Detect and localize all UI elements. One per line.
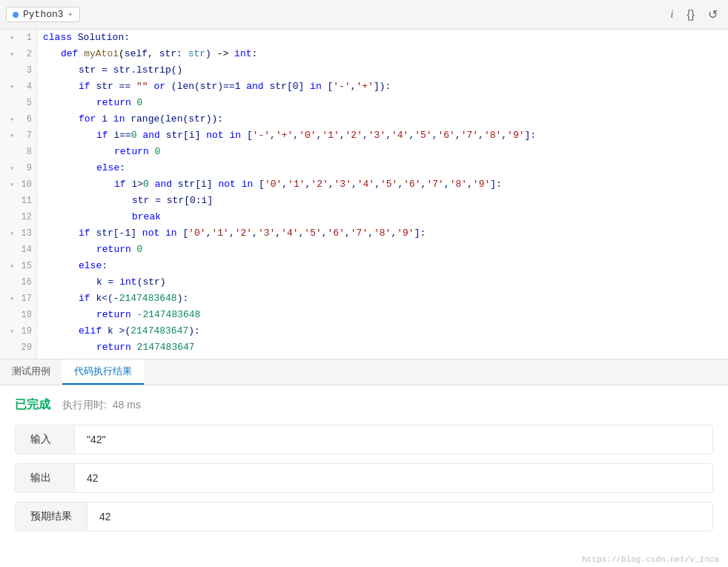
code-token: 0 bbox=[143, 176, 149, 193]
code-token: [ bbox=[177, 225, 189, 242]
code-token: '7' bbox=[351, 225, 368, 242]
fold-arrow-icon[interactable]: ▾ bbox=[8, 82, 16, 91]
code-token: [ bbox=[322, 79, 334, 95]
code-token: ]): bbox=[374, 79, 391, 95]
code-token: -> bbox=[217, 46, 229, 62]
code-line: elif k >(2147483647): bbox=[43, 323, 728, 339]
code-token: i> bbox=[131, 176, 143, 193]
code-token: '4' bbox=[391, 127, 408, 144]
code-token: '6' bbox=[328, 225, 345, 242]
tab-exec-result[interactable]: 代码执行结果 bbox=[62, 359, 144, 385]
code-token: , bbox=[206, 225, 212, 242]
code-token: '7' bbox=[461, 127, 478, 144]
code-token: '-' bbox=[253, 127, 270, 144]
code-line: str = str.lstrip() bbox=[43, 62, 728, 79]
code-token: return bbox=[96, 307, 137, 323]
code-line: if i==0 and str[i] not in ['-','+','0','… bbox=[43, 127, 728, 144]
result-status-row: 已完成 执行用时: 48 ms bbox=[15, 397, 713, 413]
info-button[interactable]: i bbox=[666, 7, 678, 22]
code-token: k >( bbox=[107, 323, 130, 339]
code-token: 2147483647 bbox=[137, 339, 195, 356]
code-token: range(len(str)): bbox=[130, 111, 223, 127]
code-token: '9' bbox=[473, 176, 490, 193]
footer: https://blog.csdn.net/V_Inca bbox=[0, 552, 728, 567]
line-number-row: ▾7 bbox=[4, 127, 32, 144]
code-token: '1' bbox=[322, 127, 339, 144]
code-line: return 0 bbox=[43, 144, 728, 160]
input-row: 输入 "42" bbox=[15, 425, 713, 454]
code-token: '8' bbox=[484, 127, 501, 144]
toolbar: Python3 ▾ i {} ↺ bbox=[0, 0, 728, 30]
tab-test-case[interactable]: 测试用例 bbox=[0, 359, 62, 385]
code-token: , bbox=[385, 127, 391, 144]
code-token: 0 bbox=[137, 95, 143, 111]
lang-dot-icon bbox=[13, 12, 19, 18]
code-token: , bbox=[368, 225, 374, 242]
fold-arrow-icon[interactable]: ▾ bbox=[8, 131, 16, 140]
code-line: if k<(-2147483648): bbox=[43, 291, 728, 307]
code-token: ]: bbox=[525, 127, 537, 144]
refresh-button[interactable]: ↺ bbox=[704, 6, 722, 23]
code-token: str bbox=[188, 46, 205, 62]
code-token: 2147483648 bbox=[119, 291, 177, 307]
results-area: 已完成 执行用时: 48 ms 输入 "42" 输出 42 预期结果 42 bbox=[0, 385, 728, 552]
line-number-row: 11 bbox=[4, 193, 32, 209]
fold-arrow-icon[interactable]: ▾ bbox=[8, 164, 16, 173]
code-token: ]: bbox=[490, 176, 502, 193]
code-token: class bbox=[43, 30, 78, 46]
code-token: , bbox=[345, 225, 351, 242]
refresh-icon: ↺ bbox=[708, 8, 718, 21]
line-number: 6 bbox=[19, 114, 32, 125]
code-line: return 2147483647 bbox=[43, 339, 728, 356]
code-token: int bbox=[234, 46, 251, 62]
line-number: 3 bbox=[19, 65, 32, 76]
line-number: 20 bbox=[19, 342, 32, 353]
fold-arrow-icon[interactable]: ▾ bbox=[8, 294, 16, 303]
code-token: , bbox=[467, 176, 473, 193]
line-number-row: 20 bbox=[4, 339, 32, 356]
code-token: '2' bbox=[311, 176, 328, 193]
fold-arrow-icon[interactable]: ▾ bbox=[8, 115, 16, 124]
code-token: , bbox=[305, 176, 311, 193]
code-token: 0 bbox=[137, 242, 143, 258]
code-token: self, str: bbox=[125, 46, 188, 62]
output-value: 42 bbox=[75, 465, 712, 491]
code-token: , bbox=[299, 225, 305, 242]
fold-arrow-icon[interactable]: ▾ bbox=[8, 180, 16, 189]
code-token: '3' bbox=[334, 176, 351, 193]
code-token bbox=[149, 176, 155, 193]
fold-arrow-icon[interactable]: ▾ bbox=[8, 229, 16, 238]
line-number-row: 5 bbox=[4, 95, 32, 111]
code-token: in bbox=[310, 79, 322, 95]
line-number-row: ▾1 bbox=[4, 30, 32, 46]
line-number: 19 bbox=[19, 326, 32, 336]
language-selector[interactable]: Python3 ▾ bbox=[6, 7, 80, 22]
code-token: str == bbox=[96, 79, 136, 95]
line-number-row: ▾4 bbox=[4, 79, 32, 95]
line-number: 18 bbox=[19, 310, 32, 320]
code-token: and bbox=[246, 79, 263, 95]
language-label: Python3 bbox=[23, 9, 64, 20]
code-token: , bbox=[408, 127, 414, 144]
line-number: 4 bbox=[19, 82, 32, 92]
line-number: 15 bbox=[19, 261, 32, 271]
fold-arrow-icon[interactable]: ▾ bbox=[8, 50, 16, 59]
braces-button[interactable]: {} bbox=[682, 7, 699, 23]
fold-arrow-icon[interactable]: ▾ bbox=[8, 327, 16, 336]
code-container[interactable]: ▾1▾23▾45▾6▾78▾9▾101112▾1314▾1516▾1718▾19… bbox=[0, 30, 728, 359]
code-token: def bbox=[61, 46, 84, 62]
code-token: Solution: bbox=[78, 30, 130, 46]
code-token: , bbox=[374, 176, 380, 193]
line-number-row: 16 bbox=[4, 274, 32, 291]
code-token: and bbox=[142, 127, 159, 144]
line-number: 16 bbox=[19, 277, 32, 288]
line-number: 9 bbox=[19, 163, 32, 173]
line-number-row: 18 bbox=[4, 307, 32, 323]
code-token: and bbox=[155, 176, 172, 193]
code-token: not in bbox=[218, 176, 253, 193]
fold-arrow-icon[interactable]: ▾ bbox=[8, 262, 16, 271]
fold-arrow-icon[interactable]: ▾ bbox=[8, 33, 16, 42]
code-token: '1' bbox=[211, 225, 228, 242]
code-token: , bbox=[282, 176, 288, 193]
code-token: if bbox=[79, 291, 96, 307]
